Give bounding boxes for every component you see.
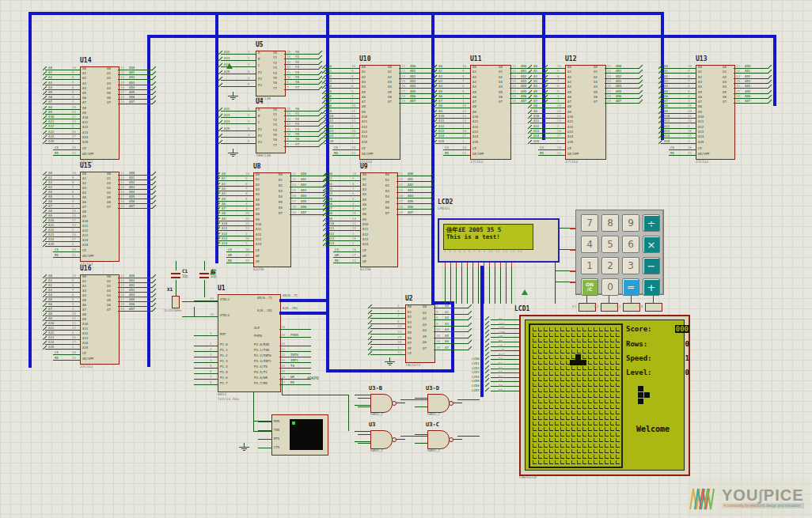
- pin-name: O4: [723, 85, 727, 89]
- cell-mark: [549, 366, 553, 370]
- pin-wire: [443, 155, 470, 156]
- key-8[interactable]: 8: [601, 214, 619, 232]
- pin-name: D1: [385, 178, 389, 182]
- lcd1-module[interactable]: Score:000 Rows:0 Speed:1 Level:0 Welcome: [519, 315, 690, 476]
- pin-wire: [370, 313, 405, 314]
- chip-u14[interactable]: U1427C512A010A0A19A1A28A2A37A3A46A4A55A5…: [34, 57, 167, 168]
- key-9[interactable]: 9: [622, 214, 639, 232]
- key-switch-k3[interactable]: K3: [623, 303, 640, 312]
- pin-wire: [434, 326, 469, 327]
- bus-entry-tick: [318, 138, 323, 142]
- pin-name: A15: [698, 140, 704, 144]
- pin-number: 11: [120, 66, 124, 70]
- pin-number: 18: [397, 340, 401, 344]
- pin-number: 13: [736, 74, 740, 78]
- pin-number: 22: [72, 151, 76, 155]
- rows-value: 0: [685, 340, 689, 348]
- cell-mark: [544, 460, 548, 464]
- key-4[interactable]: 4: [581, 236, 598, 253]
- pin-name: Q3: [423, 323, 427, 327]
- chip-u4[interactable]: U474HC138A121AA132BA143CA156E14E25E315Y0…: [210, 98, 333, 161]
- pin-wire: [279, 329, 311, 330]
- wire-segment: [491, 381, 519, 382]
- pin-number: 16: [436, 339, 440, 343]
- pin-name: A10: [82, 219, 88, 223]
- chip-u5[interactable]: U574HC138A121AA132BA143CA156E14E25E315Y0…: [210, 41, 333, 104]
- cell-mark: [566, 438, 570, 442]
- net-label: A12: [438, 124, 444, 128]
- key-1[interactable]: 1: [581, 257, 598, 274]
- chip-ref: U1: [218, 285, 226, 292]
- pin-number: 21: [72, 321, 76, 325]
- chip-ref: U15: [80, 162, 91, 169]
- key-0[interactable]: 0: [601, 278, 619, 296]
- gate-input-wire: [415, 398, 427, 399]
- pin-number: 16: [401, 84, 405, 88]
- pin-number: 11: [292, 172, 296, 176]
- chip-u2[interactable]: U274LS3733D04D17D28D313D414D517D618D71OE…: [359, 295, 483, 371]
- gate-bubble: [392, 401, 397, 406]
- pin-name: A3: [698, 80, 702, 84]
- net-label: AD2: [129, 283, 135, 287]
- gate-u3[interactable]: U3NAND_2: [362, 424, 407, 454]
- crystal-x1[interactable]: X1 11.0592MHz: [169, 296, 181, 307]
- bus-segment: [28, 12, 32, 368]
- chip-u12[interactable]: U1227C512A010A0A19A1A28A2A37A3A46A4A55A5…: [519, 55, 654, 168]
- cell-mark: [588, 455, 592, 459]
- pin-number: 2: [72, 331, 74, 335]
- pin-name: Y5: [273, 76, 277, 80]
- net-label: A4: [438, 84, 442, 88]
- cell-mark: [594, 405, 598, 409]
- key-7[interactable]: 7: [581, 214, 598, 232]
- key-3[interactable]: 3: [622, 257, 639, 274]
- gate-u3-d[interactable]: U3-DNAND_2: [419, 388, 464, 418]
- key-switch-k4[interactable]: K4: [645, 303, 662, 312]
- net-label: A6: [533, 94, 537, 98]
- welcome-text: Welcome: [636, 425, 670, 433]
- lcd2-module[interactable]: 佳年£E 2005 35 5 This is a test! 1 2 3 4 5…: [438, 218, 560, 263]
- key-switch-k1[interactable]: K1: [579, 303, 596, 312]
- chip-part: 62256: [360, 267, 371, 271]
- wire-segment: [491, 319, 519, 320]
- capacitor-c1[interactable]: C1 30p: [171, 270, 180, 280]
- chip-u1[interactable]: U18051Tetris.hex19XTAL118XTAL29RST1P1.02…: [172, 285, 328, 400]
- net-label: AD3: [745, 79, 750, 83]
- gate-ref: U3-C: [426, 422, 439, 428]
- virtual-terminal[interactable]: RXDTXDRTSCTS: [271, 414, 328, 456]
- gate-u3-b[interactable]: U3-BNAND_2: [362, 388, 407, 418]
- cell-mark: [549, 372, 553, 376]
- chip-u15[interactable]: U1527C512A010A0A19A1A28A2A37A3A46A4A55A5…: [34, 162, 167, 270]
- key-minus[interactable]: −: [643, 257, 660, 274]
- key-multiply[interactable]: ×: [643, 236, 660, 253]
- pin-name: O4: [107, 86, 111, 90]
- key-plus[interactable]: +: [643, 278, 660, 296]
- cell-mark: [555, 388, 559, 392]
- cell-mark: [566, 410, 570, 414]
- gate-output-wire: [396, 403, 405, 403]
- key-switch-k2[interactable]: K2: [601, 303, 618, 312]
- chip-u13[interactable]: U1327C512A010A0A19A1A28A2A37A3A46A4A55A5…: [650, 55, 783, 168]
- key-6[interactable]: 6: [622, 236, 639, 253]
- net-label: AD5: [129, 90, 135, 94]
- pin-number: 12: [286, 122, 290, 126]
- chip-u16[interactable]: U1627C512A010A0A19A1A28A2A37A3A46A4A55A5…: [34, 265, 167, 372]
- key-divide[interactable]: ÷: [643, 214, 660, 232]
- key-5[interactable]: 5: [601, 236, 619, 253]
- capacitor-c2[interactable]: C2 30p: [199, 270, 209, 280]
- pin-name: P1.1: [220, 348, 228, 352]
- key-onc[interactable]: ON/C: [581, 278, 598, 296]
- cell-mark: [599, 399, 603, 403]
- key-2[interactable]: 2: [601, 257, 619, 274]
- pin-name: A8: [362, 212, 366, 216]
- pin-number: 7: [462, 79, 464, 83]
- pin-number: 25: [557, 104, 561, 108]
- key-equals[interactable]: =: [622, 278, 639, 296]
- chip-u9[interactable]: U962256A010A0A19A1A28A2A37A3A46A4A55A5A6…: [314, 163, 446, 275]
- pin-name: A11: [256, 227, 261, 231]
- pin-number: 17: [292, 199, 296, 203]
- net-label: AD4: [129, 190, 135, 194]
- net-label: AD[0..7]: [283, 293, 298, 297]
- gate-u3-c[interactable]: U3-CNAND_2: [419, 424, 464, 454]
- pin-number: 20: [72, 350, 76, 354]
- cell-mark: [560, 327, 564, 331]
